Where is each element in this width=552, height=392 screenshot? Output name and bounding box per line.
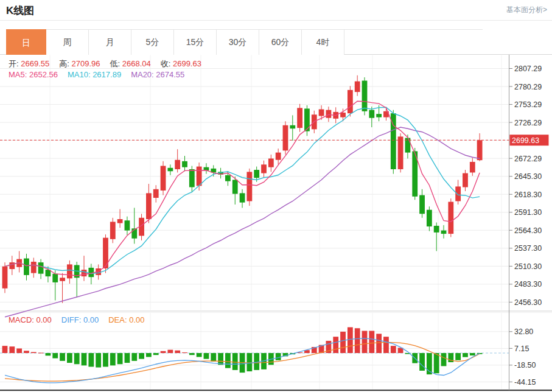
price-tick-label: 2780.29 [514, 83, 542, 91]
candle-body [67, 264, 72, 278]
macd-tick-label: 32.80 [514, 327, 533, 336]
legend-open-label: 开: [9, 59, 19, 68]
ma20-line [5, 127, 480, 317]
candle-body [283, 125, 288, 151]
candle-body [427, 210, 432, 226]
candle-body [319, 110, 324, 116]
legend-close: 收: 2699.63 [161, 59, 201, 68]
candle-body [355, 82, 360, 93]
macd-bar [2, 346, 8, 353]
legend-high-label: 高: [59, 59, 69, 68]
candle-body [340, 113, 346, 117]
macd-bar [131, 353, 137, 361]
macd-bar [391, 346, 396, 353]
macd-bar [67, 353, 72, 363]
legend-high-value: 2709.96 [69, 59, 100, 68]
macd-bar [470, 353, 475, 355]
macd-bar [189, 353, 195, 355]
candle-body [477, 140, 483, 160]
legend-close-label: 收: [161, 59, 171, 68]
candle-body [153, 189, 159, 198]
candle-body [9, 262, 15, 269]
price-tick-label: 2456.30 [514, 298, 542, 307]
legend-dea: DEA: 0.00 [108, 315, 144, 324]
macd-bar [161, 351, 166, 353]
legend-ma20-label: MA20: [131, 70, 154, 79]
candle-body [161, 166, 166, 191]
ma-legend: MA5: 2652.56MA10: 2617.89MA20: 2674.55 [9, 70, 194, 79]
candle-body [326, 110, 332, 118]
macd-bar [218, 353, 223, 365]
macd-bar [355, 328, 360, 353]
macd-bar [167, 350, 173, 353]
macd-bar [419, 353, 425, 371]
macd-bar [24, 351, 29, 353]
macd-bar [38, 352, 44, 353]
legend-open: 开: 2669.55 [9, 59, 49, 68]
macd-bar [362, 331, 368, 353]
legend-high: 高: 2709.96 [59, 59, 100, 68]
price-tick-label: 2537.30 [514, 244, 542, 253]
macd-legend: MACD: 0.00DIFF: 0.00DEA: 0.00 [9, 315, 155, 324]
macd-bar [74, 353, 80, 364]
candle-body [167, 168, 173, 171]
macd-bar [31, 352, 37, 353]
price-tick-label: 2483.30 [514, 280, 542, 289]
ohlc-legend: 开: 2669.55高: 2709.96低: 2668.04收: 2699.63 [9, 58, 211, 69]
candle-body [232, 180, 238, 194]
legend-low: 低: 2668.04 [110, 59, 150, 68]
legend-macd-label: MACD: [9, 315, 34, 324]
candle-body [369, 110, 374, 118]
macd-bar [96, 353, 101, 368]
legend-low-value: 2668.04 [120, 59, 151, 68]
macd-bar [383, 337, 389, 353]
legend-ma10: MA10: 2617.89 [68, 70, 121, 79]
macd-tick-label: -44.15 [514, 378, 536, 387]
candle-body [276, 153, 281, 160]
macd-histogram [2, 327, 483, 374]
legend-ma10-value: 2617.89 [91, 70, 122, 79]
legend-close-value: 2699.63 [170, 59, 201, 68]
macd-bar [225, 353, 231, 368]
price-tick-label: 2618.30 [514, 191, 542, 199]
candle-body [268, 158, 274, 167]
candle-body [463, 173, 468, 187]
candle-body [175, 160, 180, 169]
candle-body [82, 270, 87, 276]
macd-bar [46, 353, 51, 355]
candle-body [146, 193, 152, 219]
legend-macd: MACD: 0.00 [9, 315, 52, 324]
legend-macd-value: 0.00 [34, 315, 52, 324]
candle-body [117, 219, 123, 223]
macd-bar [153, 353, 159, 355]
candle-body [398, 136, 404, 169]
legend-diff-label: DIFF: [61, 315, 82, 324]
candle-body [240, 193, 245, 202]
macd-bar [16, 348, 22, 353]
macd-bar [82, 353, 87, 365]
legend-diff: DIFF: 0.00 [61, 315, 99, 324]
kline-page: K线图 基本面分析> 日周月5分15分30分60分4时 2807.292780.… [0, 0, 552, 392]
candle-body [348, 90, 353, 113]
legend-ma5: MA5: 2652.56 [9, 70, 58, 79]
macd-bar [52, 353, 58, 359]
candle-body [52, 274, 58, 282]
candle-body [297, 108, 302, 128]
price-tick-label: 2753.29 [514, 100, 542, 109]
candle-body [441, 231, 447, 234]
candle-body [88, 268, 94, 277]
macd-bar [110, 353, 116, 365]
candle-body [434, 226, 439, 233]
legend-ma10-label: MA10: [68, 70, 91, 79]
legend-dea-label: DEA: [108, 315, 127, 324]
candle-body [182, 161, 187, 167]
macd-bar [455, 353, 461, 360]
candle-body [419, 195, 425, 214]
candle-body [197, 167, 202, 186]
candles [2, 75, 483, 303]
legend-ma5-label: MA5: [9, 70, 27, 79]
candle-body [189, 169, 195, 187]
price-tick-label: 2564.30 [514, 226, 542, 235]
candle-body [60, 278, 65, 281]
macd-bar [333, 337, 338, 353]
